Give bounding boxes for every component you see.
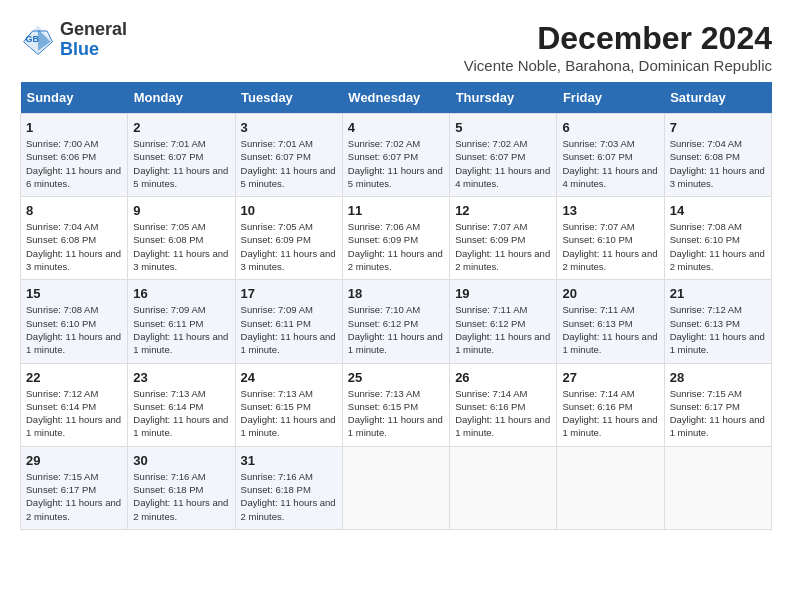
col-header-friday: Friday	[557, 82, 664, 114]
day-cell-11: 11Sunrise: 7:06 AMSunset: 6:09 PMDayligh…	[342, 197, 449, 280]
day-cell-15: 15Sunrise: 7:08 AMSunset: 6:10 PMDayligh…	[21, 280, 128, 363]
day-cell-13: 13Sunrise: 7:07 AMSunset: 6:10 PMDayligh…	[557, 197, 664, 280]
logo-general: General	[60, 20, 127, 40]
col-header-thursday: Thursday	[450, 82, 557, 114]
day-number: 4	[348, 120, 444, 135]
day-cell-9: 9Sunrise: 7:05 AMSunset: 6:08 PMDaylight…	[128, 197, 235, 280]
day-cell-14: 14Sunrise: 7:08 AMSunset: 6:10 PMDayligh…	[664, 197, 771, 280]
day-number: 15	[26, 286, 122, 301]
day-info: Sunrise: 7:12 AMSunset: 6:13 PMDaylight:…	[670, 303, 766, 356]
day-info: Sunrise: 7:07 AMSunset: 6:10 PMDaylight:…	[562, 220, 658, 273]
day-info: Sunrise: 7:14 AMSunset: 6:16 PMDaylight:…	[562, 387, 658, 440]
page-header: GB General Blue December 2024 Vicente No…	[20, 20, 772, 74]
day-info: Sunrise: 7:09 AMSunset: 6:11 PMDaylight:…	[133, 303, 229, 356]
empty-cell	[342, 446, 449, 529]
day-cell-6: 6Sunrise: 7:03 AMSunset: 6:07 PMDaylight…	[557, 114, 664, 197]
day-info: Sunrise: 7:08 AMSunset: 6:10 PMDaylight:…	[26, 303, 122, 356]
col-header-monday: Monday	[128, 82, 235, 114]
day-number: 20	[562, 286, 658, 301]
day-cell-25: 25Sunrise: 7:13 AMSunset: 6:15 PMDayligh…	[342, 363, 449, 446]
day-number: 31	[241, 453, 337, 468]
day-number: 5	[455, 120, 551, 135]
day-info: Sunrise: 7:11 AMSunset: 6:13 PMDaylight:…	[562, 303, 658, 356]
day-cell-12: 12Sunrise: 7:07 AMSunset: 6:09 PMDayligh…	[450, 197, 557, 280]
day-info: Sunrise: 7:12 AMSunset: 6:14 PMDaylight:…	[26, 387, 122, 440]
day-cell-10: 10Sunrise: 7:05 AMSunset: 6:09 PMDayligh…	[235, 197, 342, 280]
day-info: Sunrise: 7:13 AMSunset: 6:15 PMDaylight:…	[241, 387, 337, 440]
day-number: 28	[670, 370, 766, 385]
day-info: Sunrise: 7:09 AMSunset: 6:11 PMDaylight:…	[241, 303, 337, 356]
day-info: Sunrise: 7:11 AMSunset: 6:12 PMDaylight:…	[455, 303, 551, 356]
col-header-sunday: Sunday	[21, 82, 128, 114]
day-info: Sunrise: 7:04 AMSunset: 6:08 PMDaylight:…	[26, 220, 122, 273]
day-number: 24	[241, 370, 337, 385]
day-info: Sunrise: 7:16 AMSunset: 6:18 PMDaylight:…	[133, 470, 229, 523]
day-cell-18: 18Sunrise: 7:10 AMSunset: 6:12 PMDayligh…	[342, 280, 449, 363]
empty-cell	[557, 446, 664, 529]
calendar-table: SundayMondayTuesdayWednesdayThursdayFrid…	[20, 82, 772, 530]
day-number: 16	[133, 286, 229, 301]
logo-text: General Blue	[60, 20, 127, 60]
day-info: Sunrise: 7:07 AMSunset: 6:09 PMDaylight:…	[455, 220, 551, 273]
day-cell-27: 27Sunrise: 7:14 AMSunset: 6:16 PMDayligh…	[557, 363, 664, 446]
day-number: 18	[348, 286, 444, 301]
day-cell-16: 16Sunrise: 7:09 AMSunset: 6:11 PMDayligh…	[128, 280, 235, 363]
week-row-2: 8Sunrise: 7:04 AMSunset: 6:08 PMDaylight…	[21, 197, 772, 280]
day-cell-31: 31Sunrise: 7:16 AMSunset: 6:18 PMDayligh…	[235, 446, 342, 529]
day-info: Sunrise: 7:05 AMSunset: 6:09 PMDaylight:…	[241, 220, 337, 273]
day-info: Sunrise: 7:14 AMSunset: 6:16 PMDaylight:…	[455, 387, 551, 440]
logo-blue: Blue	[60, 40, 127, 60]
logo-icon: GB	[20, 22, 56, 58]
day-cell-7: 7Sunrise: 7:04 AMSunset: 6:08 PMDaylight…	[664, 114, 771, 197]
day-info: Sunrise: 7:13 AMSunset: 6:14 PMDaylight:…	[133, 387, 229, 440]
day-number: 21	[670, 286, 766, 301]
day-number: 29	[26, 453, 122, 468]
day-cell-28: 28Sunrise: 7:15 AMSunset: 6:17 PMDayligh…	[664, 363, 771, 446]
day-cell-2: 2Sunrise: 7:01 AMSunset: 6:07 PMDaylight…	[128, 114, 235, 197]
col-header-tuesday: Tuesday	[235, 82, 342, 114]
week-row-3: 15Sunrise: 7:08 AMSunset: 6:10 PMDayligh…	[21, 280, 772, 363]
day-info: Sunrise: 7:13 AMSunset: 6:15 PMDaylight:…	[348, 387, 444, 440]
day-cell-4: 4Sunrise: 7:02 AMSunset: 6:07 PMDaylight…	[342, 114, 449, 197]
day-number: 2	[133, 120, 229, 135]
day-info: Sunrise: 7:15 AMSunset: 6:17 PMDaylight:…	[670, 387, 766, 440]
col-header-saturday: Saturday	[664, 82, 771, 114]
day-number: 7	[670, 120, 766, 135]
day-number: 14	[670, 203, 766, 218]
week-row-1: 1Sunrise: 7:00 AMSunset: 6:06 PMDaylight…	[21, 114, 772, 197]
day-info: Sunrise: 7:04 AMSunset: 6:08 PMDaylight:…	[670, 137, 766, 190]
title-area: December 2024 Vicente Noble, Barahona, D…	[464, 20, 772, 74]
day-info: Sunrise: 7:16 AMSunset: 6:18 PMDaylight:…	[241, 470, 337, 523]
day-number: 22	[26, 370, 122, 385]
day-info: Sunrise: 7:02 AMSunset: 6:07 PMDaylight:…	[455, 137, 551, 190]
day-cell-24: 24Sunrise: 7:13 AMSunset: 6:15 PMDayligh…	[235, 363, 342, 446]
day-number: 30	[133, 453, 229, 468]
day-number: 23	[133, 370, 229, 385]
page-subtitle: Vicente Noble, Barahona, Dominican Repub…	[464, 57, 772, 74]
day-cell-29: 29Sunrise: 7:15 AMSunset: 6:17 PMDayligh…	[21, 446, 128, 529]
day-cell-5: 5Sunrise: 7:02 AMSunset: 6:07 PMDaylight…	[450, 114, 557, 197]
day-info: Sunrise: 7:01 AMSunset: 6:07 PMDaylight:…	[133, 137, 229, 190]
empty-cell	[450, 446, 557, 529]
svg-text:GB: GB	[25, 34, 39, 44]
week-row-4: 22Sunrise: 7:12 AMSunset: 6:14 PMDayligh…	[21, 363, 772, 446]
day-number: 27	[562, 370, 658, 385]
day-number: 11	[348, 203, 444, 218]
day-number: 6	[562, 120, 658, 135]
day-info: Sunrise: 7:10 AMSunset: 6:12 PMDaylight:…	[348, 303, 444, 356]
day-number: 8	[26, 203, 122, 218]
col-header-wednesday: Wednesday	[342, 82, 449, 114]
week-row-5: 29Sunrise: 7:15 AMSunset: 6:17 PMDayligh…	[21, 446, 772, 529]
day-number: 9	[133, 203, 229, 218]
day-info: Sunrise: 7:01 AMSunset: 6:07 PMDaylight:…	[241, 137, 337, 190]
day-info: Sunrise: 7:05 AMSunset: 6:08 PMDaylight:…	[133, 220, 229, 273]
day-info: Sunrise: 7:03 AMSunset: 6:07 PMDaylight:…	[562, 137, 658, 190]
day-info: Sunrise: 7:15 AMSunset: 6:17 PMDaylight:…	[26, 470, 122, 523]
day-number: 19	[455, 286, 551, 301]
day-cell-23: 23Sunrise: 7:13 AMSunset: 6:14 PMDayligh…	[128, 363, 235, 446]
day-number: 12	[455, 203, 551, 218]
day-cell-20: 20Sunrise: 7:11 AMSunset: 6:13 PMDayligh…	[557, 280, 664, 363]
empty-cell	[664, 446, 771, 529]
page-title: December 2024	[464, 20, 772, 57]
day-number: 26	[455, 370, 551, 385]
